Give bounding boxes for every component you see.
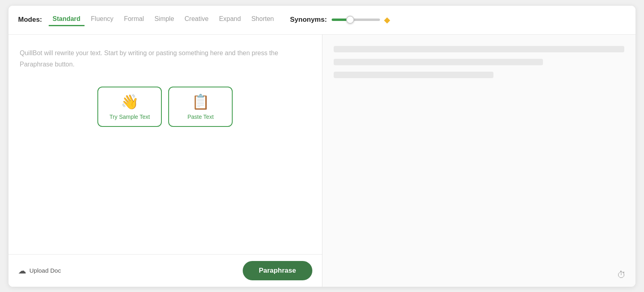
mode-standard[interactable]: Standard: [49, 14, 85, 26]
paste-text-button[interactable]: 📋 Paste Text: [168, 87, 233, 127]
try-sample-label: Try Sample Text: [109, 114, 150, 120]
right-panel: ⏱: [322, 35, 636, 287]
clipboard-icon: 📋: [192, 93, 210, 110]
mode-expand[interactable]: Expand: [215, 14, 245, 26]
premium-diamond-icon: ◆: [384, 15, 390, 25]
synonyms-label: Synonyms:: [290, 16, 327, 24]
action-buttons: 👋 Try Sample Text 📋 Paste Text: [20, 70, 311, 143]
waving-hand-icon: 👋: [121, 93, 139, 110]
main-content: QuillBot will rewrite your text. Start b…: [8, 35, 636, 287]
mode-creative[interactable]: Creative: [181, 14, 213, 26]
right-footer: ⏱: [322, 263, 636, 287]
modes-label: Modes:: [18, 16, 42, 24]
history-icon[interactable]: ⏱: [617, 270, 626, 280]
modes-nav: Standard Fluency Formal Simple Creative …: [49, 14, 281, 26]
synonyms-slider-thumb[interactable]: [346, 16, 354, 24]
synonyms-slider-track[interactable]: [332, 19, 380, 21]
skeleton-line-3: [334, 72, 493, 78]
mode-fluency[interactable]: Fluency: [87, 14, 118, 26]
left-panel: QuillBot will rewrite your text. Start b…: [8, 35, 322, 287]
paraphrase-button[interactable]: Paraphrase: [243, 261, 312, 280]
input-text-area[interactable]: QuillBot will rewrite your text. Start b…: [8, 35, 322, 254]
input-placeholder: QuillBot will rewrite your text. Start b…: [20, 48, 311, 71]
upload-cloud-icon: ☁: [18, 266, 26, 275]
skeleton-line-1: [334, 46, 625, 52]
mode-simple[interactable]: Simple: [151, 14, 178, 26]
left-footer: ☁ Upload Doc Paraphrase: [8, 254, 322, 287]
app-container: Modes: Standard Fluency Formal Simple Cr…: [8, 5, 636, 287]
paste-text-label: Paste Text: [188, 114, 214, 120]
synonyms-section: Synonyms: ◆: [290, 15, 390, 25]
mode-shorten[interactable]: Shorten: [247, 14, 278, 26]
output-area: [322, 35, 636, 263]
header: Modes: Standard Fluency Formal Simple Cr…: [8, 6, 636, 35]
mode-formal[interactable]: Formal: [120, 14, 148, 26]
synonyms-slider-container: ◆: [332, 15, 390, 25]
upload-doc-button[interactable]: ☁ Upload Doc: [18, 266, 61, 275]
try-sample-button[interactable]: 👋 Try Sample Text: [97, 87, 162, 127]
upload-doc-label: Upload Doc: [29, 267, 61, 274]
skeleton-line-2: [334, 59, 543, 65]
